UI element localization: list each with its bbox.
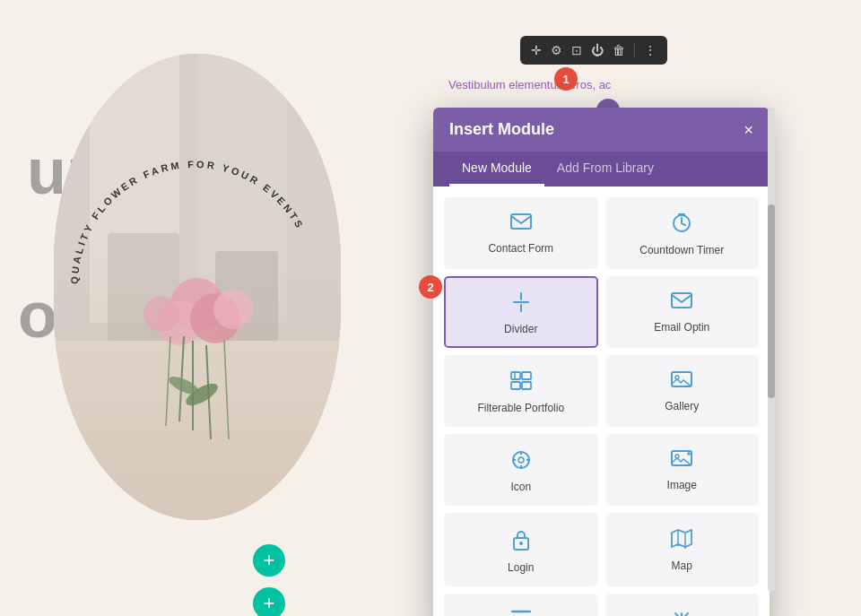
panel-header: Insert Module × xyxy=(433,108,770,152)
icon-module-label: Icon xyxy=(510,481,531,493)
countdown-timer-label: Countdown Timer xyxy=(639,244,724,256)
module-map[interactable]: Map xyxy=(605,513,760,586)
module-menu[interactable]: Menu xyxy=(444,594,598,616)
panel-title: Insert Module xyxy=(449,120,554,139)
menu-icon xyxy=(511,610,531,616)
svg-rect-26 xyxy=(522,372,531,379)
module-grid: Contact Form Countdown Timer xyxy=(433,187,770,616)
module-image[interactable]: Image xyxy=(605,434,760,506)
email-optin-icon xyxy=(671,292,692,314)
email-optin-label: Email Optin xyxy=(654,321,709,334)
move-icon[interactable]: ✛ xyxy=(531,43,542,57)
module-divider[interactable]: Divider xyxy=(444,276,598,348)
map-label: Map xyxy=(672,560,692,572)
svg-rect-19 xyxy=(511,214,531,229)
toolbar-divider xyxy=(634,43,635,57)
image-module-label: Image xyxy=(667,479,697,491)
contact-form-label: Contact Form xyxy=(488,242,553,255)
module-filterable-portfolio[interactable]: Filterable Portfolio xyxy=(444,355,598,427)
gallery-icon xyxy=(671,371,692,393)
trash-icon[interactable]: 🗑 xyxy=(613,43,625,57)
close-panel-button[interactable]: × xyxy=(744,122,753,138)
contact-form-icon xyxy=(510,213,532,235)
filterable-portfolio-icon xyxy=(510,371,532,395)
power-icon[interactable]: ⏻ xyxy=(591,43,604,57)
login-label: Login xyxy=(508,561,534,574)
filterable-portfolio-label: Filterable Portfolio xyxy=(477,402,564,414)
svg-rect-28 xyxy=(522,382,531,389)
panel-scrollbar[interactable] xyxy=(768,108,775,592)
svg-point-33 xyxy=(518,457,524,463)
svg-point-43 xyxy=(519,542,523,545)
image-module-icon xyxy=(671,450,692,472)
svg-text:QUALITY FLOWER FARM FOR YOUR E: QUALITY FLOWER FARM FOR YOUR EVENTS xyxy=(69,159,306,284)
circular-text-svg: QUALITY FLOWER FARM FOR YOUR EVENTS xyxy=(47,47,343,522)
svg-rect-27 xyxy=(511,382,520,389)
resize-icon[interactable]: ⊡ xyxy=(571,43,582,57)
map-icon xyxy=(671,529,692,552)
badge-2: 2 xyxy=(419,275,442,299)
module-login[interactable]: Login xyxy=(444,513,598,586)
insert-module-panel: Insert Module × New Module Add From Libr… xyxy=(433,108,770,616)
settings-icon[interactable]: ⚙ xyxy=(551,43,562,57)
module-countdown-timer[interactable]: Countdown Timer xyxy=(605,197,760,269)
number-counter-icon xyxy=(672,610,691,616)
icon-module-icon xyxy=(511,450,531,473)
add-module-button-2[interactable]: + xyxy=(253,587,285,616)
more-icon[interactable]: ⋮ xyxy=(644,43,657,57)
tab-bar: New Module Add From Library xyxy=(433,152,770,187)
scrollbar-thumb xyxy=(768,204,775,398)
module-toolbar: ✛ ⚙ ⊡ ⏻ 🗑 ⋮ xyxy=(520,36,667,65)
gallery-label: Gallery xyxy=(665,400,699,412)
svg-rect-25 xyxy=(511,372,520,379)
divider-icon xyxy=(511,292,531,316)
module-number-counter[interactable]: Number Counter xyxy=(605,594,760,616)
countdown-timer-icon xyxy=(672,213,691,237)
svg-rect-24 xyxy=(672,293,691,308)
login-icon xyxy=(512,529,530,554)
module-contact-form[interactable]: Contact Form xyxy=(444,197,598,269)
tab-new-module[interactable]: New Module xyxy=(449,152,544,187)
module-gallery[interactable]: Gallery xyxy=(605,355,760,427)
module-icon[interactable]: Icon xyxy=(444,434,598,506)
badge-1: 1 xyxy=(554,67,578,91)
tab-add-from-library[interactable]: Add From Library xyxy=(544,152,666,187)
divider-label: Divider xyxy=(504,323,537,335)
add-module-button-1[interactable]: + xyxy=(253,544,285,577)
module-email-optin[interactable]: Email Optin xyxy=(605,276,760,348)
vestibulum-text: Vestibulum elementum eros, ac xyxy=(448,78,611,91)
